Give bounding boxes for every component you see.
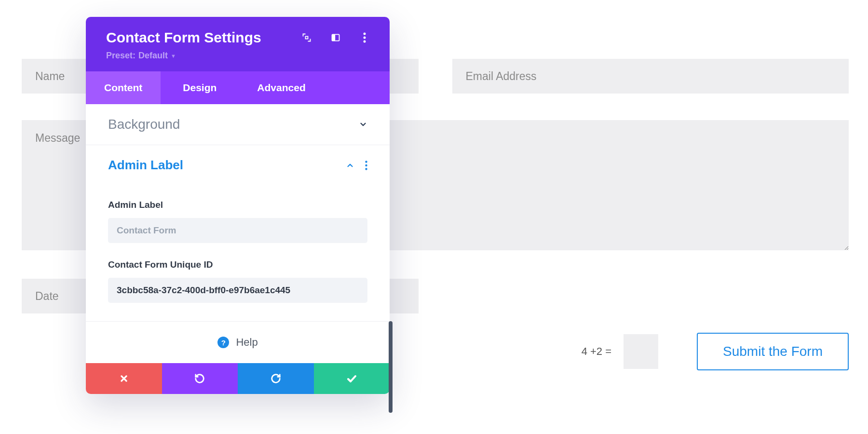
unique-id-value: 3cbbc58a-37c2-400d-bff0-e97b6ae1c445 [108, 278, 367, 303]
unique-id-label: Contact Form Unique ID [108, 259, 367, 270]
captcha-label: 4 +2 = [582, 345, 611, 358]
svg-point-7 [365, 164, 367, 166]
close-icon [119, 374, 129, 383]
scrollbar-thumb[interactable] [389, 321, 393, 413]
captcha-input[interactable] [624, 334, 658, 369]
section-background-actions [359, 120, 367, 129]
more-icon[interactable] [360, 33, 369, 42]
modal-title-row: Contact Form Settings [106, 29, 369, 46]
redo-button[interactable] [238, 363, 314, 394]
caret-down-icon: ▼ [171, 53, 176, 59]
submit-button[interactable]: Submit the Form [697, 333, 849, 370]
save-button[interactable] [314, 363, 390, 394]
section-admin-label-header[interactable]: Admin Label [86, 145, 390, 185]
section-admin-label-actions [346, 161, 367, 170]
modal-tabs: Content Design Advanced [86, 71, 390, 104]
svg-point-4 [364, 37, 366, 39]
modal-footer [86, 363, 390, 394]
admin-label-input[interactable] [108, 218, 367, 243]
admin-label-fields: Admin Label Contact Form Unique ID 3cbbc… [86, 185, 390, 321]
svg-point-5 [364, 41, 366, 43]
undo-icon [194, 373, 205, 384]
header-icons [302, 33, 369, 42]
modal-title: Contact Form Settings [106, 29, 261, 46]
tab-design[interactable]: Design [164, 71, 235, 104]
section-menu-icon[interactable] [365, 161, 367, 170]
expand-icon[interactable] [302, 33, 312, 42]
help-label: Help [236, 336, 258, 349]
admin-label-field-label: Admin Label [108, 200, 367, 210]
chevron-down-icon[interactable] [359, 120, 367, 129]
section-admin-label-title: Admin Label [108, 158, 183, 173]
preset-selector[interactable]: Preset: Default ▼ [106, 51, 176, 61]
tab-advanced[interactable]: Advanced [239, 71, 324, 104]
chevron-up-icon[interactable] [346, 161, 354, 170]
section-background-title: Background [108, 117, 180, 132]
help-row[interactable]: ? Help [86, 321, 390, 363]
svg-point-3 [364, 33, 366, 35]
tab-content[interactable]: Content [86, 71, 161, 104]
preset-value: Default [138, 51, 168, 61]
help-icon: ? [217, 337, 229, 348]
undo-button[interactable] [162, 363, 238, 394]
spacer [452, 279, 849, 313]
svg-point-8 [365, 168, 367, 170]
settings-modal: Contact Form Settings Preset: Default ▼ … [86, 17, 390, 394]
email-input[interactable] [452, 59, 849, 94]
cancel-button[interactable] [86, 363, 162, 394]
email-field-wrap [452, 59, 849, 94]
modal-body: Background Admin Label Admin Label [86, 104, 390, 363]
svg-rect-0 [306, 37, 308, 39]
redo-icon [271, 373, 281, 384]
check-icon [346, 373, 357, 384]
svg-rect-2 [332, 34, 336, 41]
modal-header: Contact Form Settings Preset: Default ▼ [86, 17, 390, 71]
svg-point-6 [365, 161, 367, 163]
sidebar-toggle-icon[interactable] [331, 33, 340, 42]
preset-prefix: Preset: [106, 51, 136, 61]
section-background-header[interactable]: Background [86, 104, 390, 145]
